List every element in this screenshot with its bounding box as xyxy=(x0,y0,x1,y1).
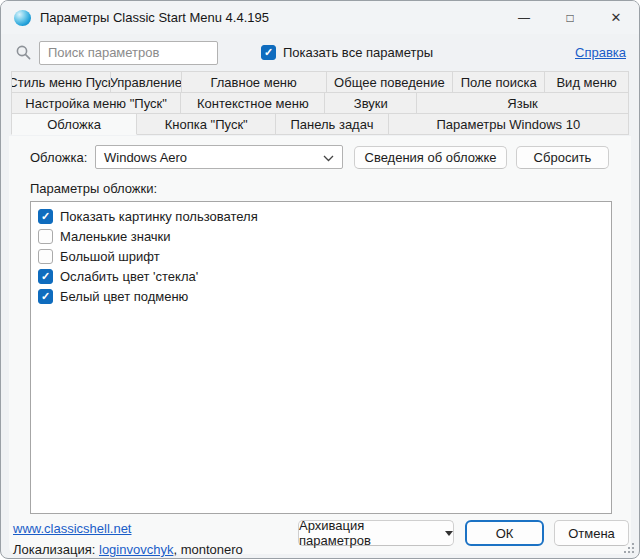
minimize-icon: — xyxy=(518,11,530,25)
tab-search-box[interactable]: Поле поиска xyxy=(452,71,545,93)
list-item-label: Большой шрифт xyxy=(60,249,160,264)
tab-strip: Стиль меню Пуск Управление Главное меню … xyxy=(11,71,629,135)
list-item-label: Показать картинку пользователя xyxy=(60,209,258,224)
list-item-label: Маленькие значки xyxy=(60,229,171,244)
tab-sounds[interactable]: Звуки xyxy=(324,92,417,114)
footer-buttons: Архивация параметров ОК Отмена xyxy=(298,520,629,557)
chevron-down-icon xyxy=(323,150,334,165)
skin-tab-panel: Обложка: Windows Aero Сведения об обложк… xyxy=(9,136,631,554)
tab-row-2: Настройка меню "Пуск" Контекстное меню З… xyxy=(11,92,629,114)
tab-taskbar[interactable]: Панель задач xyxy=(275,113,388,135)
app-shell-icon xyxy=(14,10,31,26)
backup-parameters-label: Архивация параметров xyxy=(299,518,437,548)
tab-main-menu[interactable]: Главное меню xyxy=(181,71,327,93)
checkbox[interactable] xyxy=(38,269,53,284)
tab-language[interactable]: Язык xyxy=(416,92,629,114)
skin-reset-button[interactable]: Сбросить xyxy=(516,146,609,169)
show-all-parameters: Показать все параметры xyxy=(261,45,433,60)
list-item-large-font[interactable]: Большой шрифт xyxy=(31,246,611,266)
help-link[interactable]: Справка xyxy=(575,45,626,60)
close-icon: ✕ xyxy=(611,10,622,25)
minimize-button[interactable]: — xyxy=(501,1,547,34)
title-bar: Параметры Classic Start Menu 4.4.195 — □… xyxy=(1,1,639,34)
ok-button[interactable]: ОК xyxy=(465,520,544,546)
tab-general-behavior[interactable]: Общее поведение xyxy=(326,71,454,93)
search-row: Показать все параметры Справка xyxy=(15,40,626,65)
tab-windows10-settings[interactable]: Параметры Windows 10 xyxy=(388,113,629,135)
search-icon xyxy=(15,44,32,61)
classicshell-site-link[interactable]: www.classicshell.net xyxy=(13,521,132,536)
skin-select[interactable]: Windows Aero xyxy=(95,145,343,169)
list-item-white-submenu-color[interactable]: Белый цвет подменю xyxy=(31,286,611,306)
checkbox[interactable] xyxy=(38,249,53,264)
checkbox[interactable] xyxy=(38,289,53,304)
localization-label: Локализация: xyxy=(13,542,95,557)
footer-links: www.classicshell.net Локализация: loginv… xyxy=(13,520,243,557)
window-title: Параметры Classic Start Menu 4.4.195 xyxy=(40,10,269,25)
list-item-show-user-picture[interactable]: Показать картинку пользователя xyxy=(31,206,611,226)
localization-author-link[interactable]: loginvovchyk xyxy=(99,542,173,557)
checkbox[interactable] xyxy=(38,229,53,244)
settings-window: Параметры Classic Start Menu 4.4.195 — □… xyxy=(0,0,640,559)
list-item-label: Ослабить цвет 'стекла' xyxy=(60,269,198,284)
tab-skin[interactable]: Обложка xyxy=(11,113,137,135)
window-controls: — □ ✕ xyxy=(501,1,639,34)
resize-grip[interactable] xyxy=(624,543,635,554)
skin-selector-row: Обложка: Windows Aero Сведения об обложк… xyxy=(9,136,631,169)
show-all-checkbox[interactable] xyxy=(261,45,276,60)
tab-row-3: Обложка Кнопка "Пуск" Панель задач Парам… xyxy=(11,113,629,135)
maximize-icon: □ xyxy=(566,11,573,25)
tab-row-1: Стиль меню Пуск Управление Главное меню … xyxy=(11,71,629,93)
tab-start-button[interactable]: Кнопка "Пуск" xyxy=(136,113,276,135)
tab-controls[interactable]: Управление xyxy=(110,71,182,93)
dropdown-arrow-icon xyxy=(445,531,453,536)
list-item-small-icons[interactable]: Маленькие значки xyxy=(31,226,611,246)
footer: www.classicshell.net Локализация: loginv… xyxy=(13,520,629,557)
list-item-label: Белый цвет подменю xyxy=(60,289,188,304)
list-item-reduce-glass-color[interactable]: Ослабить цвет 'стекла' xyxy=(31,266,611,286)
maximize-button[interactable]: □ xyxy=(547,1,593,34)
tab-menu-look[interactable]: Вид меню xyxy=(544,71,629,93)
checkbox[interactable] xyxy=(38,209,53,224)
tab-customize-start-menu[interactable]: Настройка меню "Пуск" xyxy=(11,92,181,114)
show-all-label: Показать все параметры xyxy=(283,45,433,60)
skin-options-label: Параметры обложки: xyxy=(30,181,631,196)
skin-label: Обложка: xyxy=(30,150,95,165)
tab-start-menu-style[interactable]: Стиль меню Пуск xyxy=(11,71,111,93)
skin-details-button[interactable]: Сведения об обложке xyxy=(354,146,507,169)
skin-options-list[interactable]: Показать картинку пользователя Маленькие… xyxy=(30,201,612,514)
skin-select-value: Windows Aero xyxy=(104,150,323,165)
backup-parameters-button[interactable]: Архивация параметров xyxy=(298,520,454,546)
search-input[interactable] xyxy=(39,41,218,65)
close-button[interactable]: ✕ xyxy=(593,1,639,34)
tab-context-menu[interactable]: Контекстное меню xyxy=(180,92,325,114)
cancel-button[interactable]: Отмена xyxy=(554,520,629,546)
localization-suffix: , montonero xyxy=(173,542,242,557)
